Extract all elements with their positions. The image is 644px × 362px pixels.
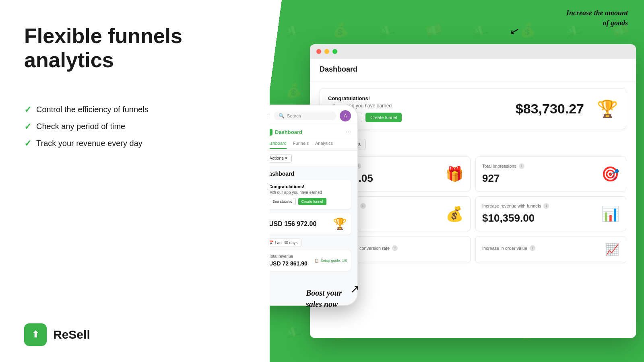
search-icon: 🔍 <box>279 113 285 119</box>
mobile-avatar: A <box>340 110 351 121</box>
feature-item-1: ✓ Control the efficiency of funnels <box>24 105 246 115</box>
dashboard-title: Dashboard <box>320 65 626 74</box>
info-icon: i <box>519 163 524 169</box>
info-icon: i <box>360 203 366 209</box>
logo-area: ⬆ ReSell <box>24 323 246 346</box>
stat-icon-target: 🎯 <box>601 166 619 183</box>
arrow-right-icon: ↗ <box>350 282 359 296</box>
mobile-screen: ☰ 🔍 Search A ⬆ Dashboard ··· Dashboard F… <box>270 105 357 305</box>
search-placeholder: Search <box>287 113 301 118</box>
hamburger-icon: ☰ <box>270 112 270 120</box>
stat-left: Total impressions i 927 <box>482 163 524 185</box>
mobile-stat-info: Total revenue USD 72 861.90 <box>270 254 308 267</box>
stat-left: Increase in order value i <box>482 245 535 254</box>
features-list: ✓ Control the efficiency of funnels ✓ Ch… <box>24 105 246 149</box>
browser-dot-2 <box>324 49 329 54</box>
mobile-search-bar[interactable]: 🔍 Search <box>274 111 336 120</box>
logo-text: ReSell <box>53 328 90 341</box>
mobile-nav-more-icon: ··· <box>346 128 351 136</box>
annotation-increase: Increase the amount of goods <box>566 8 628 28</box>
mobile-amount-value: USD 156 972.00 <box>270 220 316 228</box>
stat-icon-chart: 📊 <box>601 206 619 222</box>
congrats-right: $83,730.27 🏆 <box>516 99 618 119</box>
mobile-topbar: ☰ 🔍 Search A <box>270 105 357 125</box>
page-title: Flexible funnels analytics <box>24 24 246 72</box>
browser-dot-3 <box>332 49 337 54</box>
browser-bar <box>310 44 636 59</box>
congrats-amount: $83,730.27 <box>516 101 584 117</box>
mobile-stat-label: Total revenue <box>270 254 308 259</box>
mobile-congrats-subtitle: with our app you have earned <box>270 190 347 195</box>
congrats-heading: Congratulations! <box>328 95 402 101</box>
stat-label: Increase in order value i <box>482 245 535 251</box>
mobile-calendar-icon: 📅 <box>270 241 273 245</box>
stats-grid: Total revenue i 13,235.05 🎁 Total impres… <box>310 153 636 269</box>
mobile-date-label: Last 30 days <box>275 241 298 245</box>
mobile-amount-icon: 🏆 <box>333 217 347 230</box>
mobile-body: Dashboard Congratulations! with our app … <box>270 166 357 305</box>
stat-card-impressions: Total impressions i 927 🎯 <box>475 156 626 191</box>
stat-icon-trend: 📈 <box>605 243 619 256</box>
mobile-congrats-buttons: See statistic Create funnel <box>270 198 347 205</box>
mobile-date-filter[interactable]: 📅 Last 30 days <box>270 239 301 247</box>
nav-logo-icon: ⬆ <box>270 129 272 136</box>
feature-item-3: ✓ Track your revenue every day <box>24 138 246 149</box>
mobile-tab-analytics[interactable]: Analytics <box>315 141 333 149</box>
mobile-section-title: Dashboard <box>270 171 351 177</box>
dashboard-header: Dashboard <box>310 59 636 82</box>
browser-content: Dashboard Congratulations! with our app … <box>310 59 636 338</box>
annotation-boost: Boost yoursales now <box>306 287 342 310</box>
mobile-tab-funnels[interactable]: Funnels <box>293 141 309 149</box>
logo-icon: ⬆ <box>24 323 47 346</box>
info-icon: i <box>543 203 549 209</box>
stat-card-increase-revenue: Increase revenue with funnels i $10,359.… <box>475 196 626 231</box>
mobile-nav: ⬆ Dashboard ··· <box>270 125 357 139</box>
mobile-actions: Actions ▾ <box>270 151 357 166</box>
stat-icon-gift: 🎁 <box>446 166 464 183</box>
stat-label: Total impressions i <box>482 163 524 169</box>
right-panel: 💵 💰 💵 💴 💵 💰 💵 💴 💰 💵 💴 💵 💰 💵 💴 💵 💰 💵 💴 💵 … <box>270 0 644 362</box>
mobile-create-funnel-button[interactable]: Create funnel <box>298 198 326 205</box>
mobile-stat-value: USD 72 861.90 <box>270 260 308 267</box>
stat-label: Increase revenue with funnels i <box>482 203 549 209</box>
mobile-actions-button[interactable]: Actions ▾ <box>270 154 292 162</box>
stat-icon-coin: 💰 <box>446 206 464 222</box>
info-icon: i <box>530 245 535 251</box>
stat-value: $10,359.00 <box>482 212 549 224</box>
mobile-setup-guide: 📋 Setup guide: 1/5 <box>314 259 347 263</box>
mobile-stat-row: Total revenue USD 72 861.90 📋 Setup guid… <box>270 250 351 271</box>
stat-value: 927 <box>482 172 524 185</box>
feature-item-2: ✓ Check any period of time <box>24 121 246 132</box>
congrats-icon: 🏆 <box>597 99 618 119</box>
check-icon-1: ✓ <box>24 105 31 115</box>
create-funnel-button[interactable]: Create funnel <box>365 113 402 122</box>
stat-left: Increase revenue with funnels i $10,359.… <box>482 203 549 224</box>
check-icon-3: ✓ <box>24 138 31 149</box>
check-icon-2: ✓ <box>24 121 31 132</box>
info-icon: i <box>392 245 398 251</box>
congrats-banner: Congratulations! with our app you have e… <box>320 88 626 129</box>
mobile-congrats-card: Congratulations! with our app you have e… <box>270 180 351 209</box>
browser-dot-1 <box>316 49 321 54</box>
mobile-tab-dashboard[interactable]: Dashboard <box>270 141 287 149</box>
mobile-mockup: ☰ 🔍 Search A ⬆ Dashboard ··· Dashboard F… <box>270 105 358 306</box>
mobile-nav-title: ⬆ Dashboard <box>270 129 302 136</box>
mobile-tabs: Dashboard Funnels Analytics <box>270 139 357 151</box>
mobile-amount-row: USD 156 972.00 🏆 <box>270 213 351 234</box>
left-panel: Flexible funnels analytics ✓ Control the… <box>0 0 270 362</box>
stat-card-order-value: Increase in order value i 📈 <box>475 236 626 263</box>
mobile-congrats-heading: Congratulations! <box>270 184 347 189</box>
mobile-see-statistic-button[interactable]: See statistic <box>270 198 296 205</box>
